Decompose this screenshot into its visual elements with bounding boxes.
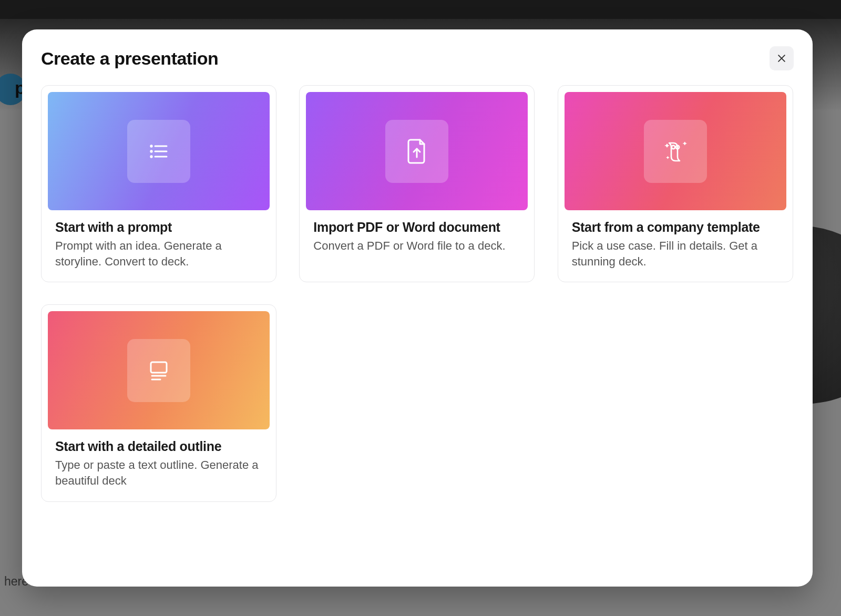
card-description: Prompt with an idea. Generate a storylin… (48, 238, 270, 269)
card-title: Start with a prompt (48, 220, 270, 238)
svg-point-4 (151, 150, 152, 151)
icon-frame (644, 120, 707, 183)
svg-point-2 (151, 145, 152, 146)
bg-topbar (0, 0, 841, 19)
list-icon (147, 139, 171, 163)
close-button[interactable] (770, 46, 794, 70)
card-description: Pick a use case. Fill in details. Get a … (565, 238, 786, 269)
create-presentation-modal: Create a presentation (22, 29, 813, 587)
card-detailed-outline[interactable]: Start with a detailed outline Type or pa… (41, 304, 276, 501)
card-start-with-prompt[interactable]: Start with a prompt Prompt with an idea.… (41, 85, 276, 282)
icon-frame (385, 120, 448, 183)
card-title: Import PDF or Word document (306, 220, 528, 238)
svg-point-6 (151, 156, 152, 157)
card-title: Start with a detailed outline (48, 439, 270, 457)
magic-template-icon (661, 138, 690, 165)
outline-icon (147, 358, 171, 383)
modal-header: Create a presentation (22, 48, 813, 70)
card-preview (565, 92, 786, 210)
icon-frame (127, 339, 190, 402)
modal-title: Create a presentation (41, 48, 218, 69)
card-title: Start from a company template (565, 220, 786, 238)
svg-rect-11 (151, 362, 167, 373)
card-description: Type or paste a text outline. Generate a… (48, 457, 270, 488)
card-description: Convert a PDF or Word file to a deck. (306, 238, 528, 254)
card-preview (48, 92, 270, 210)
close-icon (776, 53, 787, 64)
upload-file-icon (405, 137, 429, 166)
svg-point-9 (671, 145, 674, 148)
icon-frame (127, 120, 190, 183)
card-preview (48, 311, 270, 429)
card-company-template[interactable]: Start from a company template Pick a use… (558, 85, 793, 282)
card-preview (306, 92, 528, 210)
card-import-pdf-word[interactable]: Import PDF or Word document Convert a PD… (299, 85, 535, 282)
option-card-grid: Start with a prompt Prompt with an idea.… (22, 85, 813, 502)
